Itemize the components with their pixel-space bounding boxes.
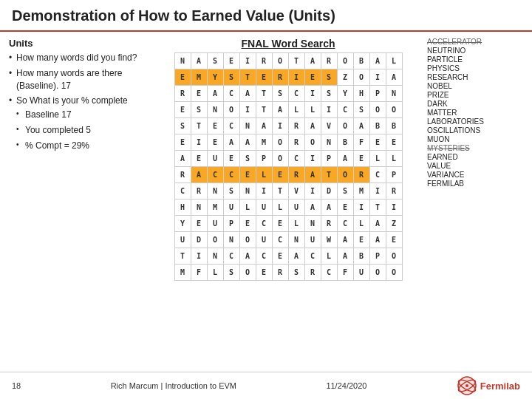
grid-cell: E xyxy=(174,134,191,151)
grid-cell: S xyxy=(321,86,337,102)
list-item: So What is your % complete Baseline 17 Y… xyxy=(9,95,149,151)
grid-cell: E xyxy=(353,232,369,248)
grid-cell: S xyxy=(223,69,239,86)
grid-cell: S xyxy=(174,118,191,134)
grid-cell: Y xyxy=(174,216,191,232)
grid-cell: H xyxy=(174,200,191,216)
grid-cell: E xyxy=(207,118,223,134)
grid-cell: E xyxy=(223,151,239,167)
word-list-item: RESEARCH xyxy=(427,73,523,81)
grid-cell: M xyxy=(256,134,272,151)
grid-cell: E xyxy=(272,248,288,265)
grid-cell: O xyxy=(369,265,386,281)
grid-cell: U xyxy=(256,232,272,248)
grid-cell: N xyxy=(288,232,304,248)
grid-cell: I xyxy=(369,183,386,200)
grid-cell: O xyxy=(304,134,321,151)
grid-cell: E xyxy=(174,69,191,86)
grid-cell: R xyxy=(304,265,321,281)
grid-cell: M xyxy=(207,200,223,216)
grid-cell: E xyxy=(304,69,321,86)
grid-cell: A xyxy=(256,118,272,134)
grid-cell: I xyxy=(386,200,402,216)
word-list-item: OSCILLATIONS xyxy=(427,126,523,134)
grid-cell: P xyxy=(321,151,337,167)
word-list-item: MYSTERIES xyxy=(427,144,523,152)
grid-cell: A xyxy=(386,69,402,86)
footer: 18 Rich Marcum | Introduction to EVM 11/… xyxy=(0,372,532,399)
grid-cell: Y xyxy=(337,86,353,102)
grid-cell: A xyxy=(321,200,337,216)
grid-cell: H xyxy=(353,86,369,102)
grid-cell: A xyxy=(223,134,239,151)
grid-cell: T xyxy=(288,53,304,69)
grid-cell: E xyxy=(174,102,191,118)
grid-cell: I xyxy=(304,183,321,200)
grid-cell: C xyxy=(207,167,223,183)
grid-cell: A xyxy=(191,53,207,69)
grid-cell: U xyxy=(223,200,239,216)
grid-cell: E xyxy=(191,216,207,232)
grid-cell: S xyxy=(272,86,288,102)
grid-cell: T xyxy=(239,69,256,86)
grid-cell: C xyxy=(256,248,272,265)
word-list-item: FERMILAB xyxy=(427,180,523,188)
grid-cell: C xyxy=(288,86,304,102)
grid-cell: B xyxy=(353,53,369,69)
grid-cell: E xyxy=(272,167,288,183)
grid-cell: L xyxy=(321,248,337,265)
grid-cell: R xyxy=(288,167,304,183)
grid-cell: L xyxy=(386,53,402,69)
grid-cell: R xyxy=(272,69,288,86)
grid-cell: N xyxy=(207,183,223,200)
word-list-item: PHYSICS xyxy=(427,64,523,72)
grid-cell: A xyxy=(337,248,353,265)
grid-cell: E xyxy=(369,134,386,151)
grid-cell: E xyxy=(223,53,239,69)
grid-cell: U xyxy=(174,232,191,248)
grid-cell: P xyxy=(223,216,239,232)
grid-cell: L xyxy=(369,151,386,167)
grid-cell: R xyxy=(174,167,191,183)
sub-list-item: Baseline 17 xyxy=(16,109,149,121)
grid-cell: T xyxy=(272,183,288,200)
grid-cell: U xyxy=(207,151,223,167)
grid-cell: L xyxy=(288,102,304,118)
grid-cell: E xyxy=(272,216,288,232)
grid-cell: B xyxy=(369,118,386,134)
grid-cell: A xyxy=(239,134,256,151)
grid-cell: A xyxy=(239,248,256,265)
grid-cell: L xyxy=(288,216,304,232)
grid-cell: L xyxy=(207,265,223,281)
grid-cell: A xyxy=(304,167,321,183)
grid-cell: N xyxy=(304,216,321,232)
grid-cell: Z xyxy=(386,216,402,232)
grid-cell: T xyxy=(191,118,207,134)
grid-cell: O xyxy=(272,151,288,167)
grid-cell: E xyxy=(256,69,272,86)
grid-cell: O xyxy=(207,232,223,248)
grid-cell: M xyxy=(174,265,191,281)
grid-cell: C xyxy=(272,232,288,248)
word-list-panel: ACCELERATORNEUTRINOPARTICLEPHYSICSRESEAR… xyxy=(427,38,523,366)
word-search-title: FNAL Word Search xyxy=(241,38,335,50)
grid-cell: C xyxy=(223,86,239,102)
grid-cell: M xyxy=(353,183,369,200)
word-list-item: MATTER xyxy=(427,109,523,117)
fermilab-logo: Fermilab xyxy=(457,375,520,396)
grid-cell: E xyxy=(191,86,207,102)
grid-cell: O xyxy=(239,232,256,248)
grid-cell: P xyxy=(369,248,386,265)
grid-cell: I xyxy=(288,69,304,86)
grid-cell: I xyxy=(321,102,337,118)
grid-cell: O xyxy=(272,134,288,151)
grid-cell: I xyxy=(272,118,288,134)
grid-cell: C xyxy=(304,248,321,265)
grid-cell: L xyxy=(386,151,402,167)
word-list-item: DARK xyxy=(427,100,523,108)
grid-cell: O xyxy=(386,248,402,265)
grid-cell: R xyxy=(321,216,337,232)
sub-bullet-list: Baseline 17 You completed 5 % Compt = 29… xyxy=(16,109,149,151)
grid-cell: E xyxy=(386,232,402,248)
grid-cell: A xyxy=(353,118,369,134)
